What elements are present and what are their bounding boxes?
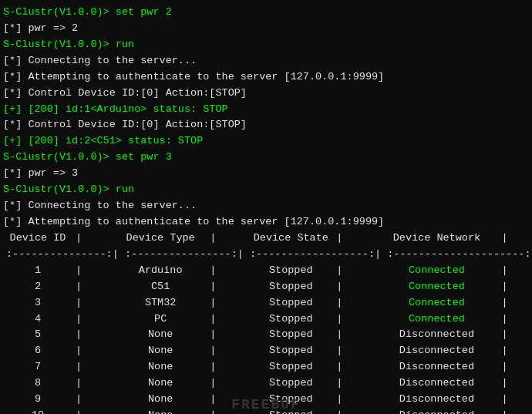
col-header-type: Device Type [114, 231, 207, 247]
cell-state: Stopped [248, 295, 333, 311]
cell-id: 1 [3, 263, 72, 279]
col-header-state: Device State [248, 231, 333, 247]
line-13: [*] Connecting to the server... [3, 198, 529, 214]
line-5: [*] Attempting to authenticate to the se… [3, 69, 529, 86]
cell-type: None [114, 359, 207, 375]
table-row: 3 | STM32 | Stopped | Connected | [3, 295, 532, 311]
cell-state: Stopped [248, 408, 333, 414]
table-header-row: Device ID | Device Type | Device State |… [3, 231, 532, 247]
line-2: [*] pwr => 2 [3, 21, 529, 37]
cell-state: Stopped [248, 311, 333, 328]
cell-network: Disconnected [375, 327, 498, 343]
table-separator-row: :---------------:| :----------------:| :… [3, 247, 532, 263]
device-table: Device ID | Device Type | Device State |… [3, 231, 532, 414]
cell-type: None [114, 392, 207, 408]
cell-id: 10 [3, 408, 72, 414]
line-11: [*] pwr => 3 [3, 166, 529, 182]
cell-state: Stopped [248, 392, 333, 408]
line-4: [*] Connecting to the server... [3, 53, 529, 69]
cell-state: Stopped [248, 359, 333, 375]
table-row: 2 | C51 | Stopped | Connected | [3, 279, 532, 295]
terminal[interactable]: S-Clustr(V1.0.0)> set pwr 2 [*] pwr => 2… [0, 0, 532, 414]
cell-id: 4 [3, 311, 72, 328]
line-1: S-Clustr(V1.0.0)> set pwr 2 [3, 5, 529, 21]
cell-id: 2 [3, 279, 72, 295]
cell-type: None [114, 375, 207, 392]
table-row: 9 | None | Stopped | Disconnected | [3, 392, 532, 408]
cell-network: Disconnected [375, 375, 498, 392]
cell-id: 9 [3, 392, 72, 408]
line-9: [+] [200] id:2<C51> status: STOP [3, 133, 529, 150]
table-row: 7 | None | Stopped | Disconnected | [3, 359, 532, 375]
line-10: S-Clustr(V1.0.0)> set pwr 3 [3, 150, 529, 166]
cell-network: Connected [375, 279, 498, 295]
table-row: 1 | Arduino | Stopped | Connected | [3, 263, 532, 279]
col-header-id: Device ID [3, 231, 72, 247]
cell-state: Stopped [248, 279, 333, 295]
cell-id: 8 [3, 375, 72, 392]
cell-network: Connected [375, 263, 498, 279]
cell-network: Connected [375, 295, 498, 311]
line-12: S-Clustr(V1.0.0)> run [3, 182, 529, 198]
cell-id: 3 [3, 295, 72, 311]
cell-network: Disconnected [375, 392, 498, 408]
cell-network: Disconnected [375, 343, 498, 359]
line-14: [*] Attempting to authenticate to the se… [3, 214, 529, 231]
table-row: 5 | None | Stopped | Disconnected | [3, 327, 532, 343]
device-table-wrapper: Device ID | Device Type | Device State |… [3, 231, 529, 414]
table-row: 8 | None | Stopped | Disconnected | [3, 375, 532, 392]
cell-type: STM32 [114, 295, 207, 311]
cell-state: Stopped [248, 343, 333, 359]
cell-id: 5 [3, 327, 72, 343]
cell-state: Stopped [248, 375, 333, 392]
col-header-network: Device Network [375, 231, 498, 247]
cell-type: None [114, 343, 207, 359]
cell-id: 7 [3, 359, 72, 375]
cell-type: PC [114, 311, 207, 328]
cell-network: Disconnected [375, 359, 498, 375]
table-sep-line: :---------------:| :----------------:| :… [3, 247, 532, 263]
cell-network: Disconnected [375, 408, 498, 414]
line-3: S-Clustr(V1.0.0)> run [3, 37, 529, 53]
cell-network: Connected [375, 311, 498, 328]
cell-state: Stopped [248, 327, 333, 343]
table-row: 10 | None | Stopped | Disconnected | [3, 408, 532, 414]
cell-type: None [114, 327, 207, 343]
cell-type: C51 [114, 279, 207, 295]
table-row: 4 | PC | Stopped | Connected | [3, 311, 532, 328]
line-7: [+] [200] id:1<Arduino> status: STOP [3, 102, 529, 118]
table-row: 6 | None | Stopped | Disconnected | [3, 343, 532, 359]
line-8: [*] Control Device ID:[0] Action:[STOP] [3, 117, 529, 133]
cell-type: Arduino [114, 263, 207, 279]
cell-state: Stopped [248, 263, 333, 279]
line-6: [*] Control Device ID:[0] Action:[STOP] [3, 86, 529, 102]
cell-type: None [114, 408, 207, 414]
cell-id: 6 [3, 343, 72, 359]
